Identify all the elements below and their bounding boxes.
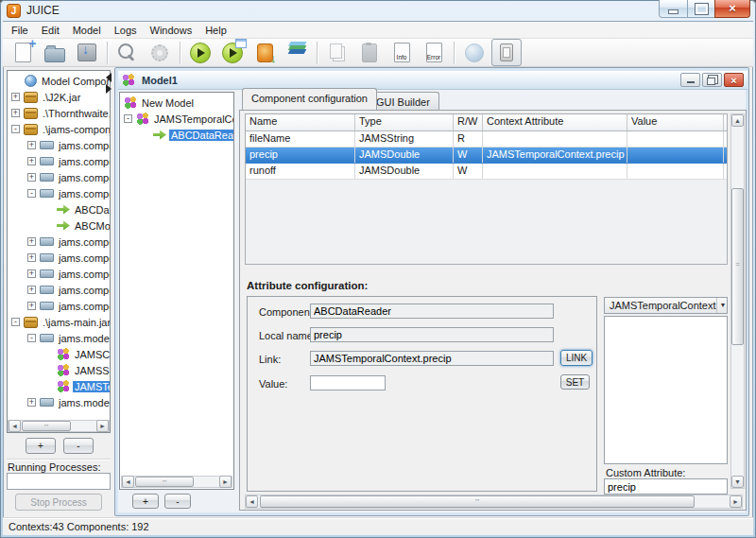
tree-expander[interactable]: + [27, 302, 36, 310]
tree-item[interactable]: +jams.compon [8, 153, 110, 169]
context-attribute-list[interactable] [604, 316, 728, 464]
custom-attribute-field[interactable] [604, 478, 728, 495]
preferences-button[interactable] [145, 39, 175, 66]
running-processes-list[interactable] [7, 473, 111, 490]
tree-expander[interactable]: - [27, 334, 36, 342]
tree-item[interactable]: -JAMSTemporalContext [120, 111, 233, 127]
info-log-button[interactable]: Info [387, 39, 417, 66]
table-row[interactable]: runoffJAMSDoubleW [246, 164, 727, 180]
scrollbar-thumb[interactable]: ''' [260, 495, 695, 508]
tree-item[interactable]: -.\jams-componen [8, 121, 110, 137]
tree-item[interactable]: ABCMode [8, 217, 110, 234]
scroll-up-arrow[interactable]: ▲ [731, 114, 744, 127]
open-model-button[interactable] [40, 39, 70, 66]
table-row[interactable]: precipJAMSDoubleWJAMSTemporalContext.pre… [246, 148, 727, 164]
close-button[interactable]: × [714, 0, 750, 18]
scroll-left-arrow[interactable]: ◄ [122, 476, 134, 488]
scrollbar-thumb[interactable]: ''' [22, 421, 71, 431]
scroll-left-arrow[interactable]: ◄ [246, 495, 258, 508]
scroll-right-arrow[interactable]: ► [730, 495, 742, 508]
tree-expander[interactable]: + [27, 398, 36, 407]
search-components-button[interactable] [112, 39, 143, 66]
paste-button[interactable] [354, 39, 385, 66]
tree-expander[interactable]: + [11, 109, 20, 117]
tree-expander[interactable]: + [27, 141, 36, 149]
tree-item[interactable]: ABCData [8, 201, 110, 217]
tree-expander[interactable]: + [27, 157, 36, 165]
tree-item[interactable]: +.\J2K.jar [8, 89, 110, 105]
tree-expander[interactable]: - [27, 189, 36, 198]
column-header[interactable]: Name [246, 114, 355, 130]
tree-item[interactable]: -jams.model [8, 330, 110, 346]
tree-item[interactable]: +jams.compon [8, 266, 110, 282]
splitter-collapse-left-arrow[interactable] [106, 73, 112, 82]
set-button[interactable]: SET [560, 374, 590, 390]
tree-item[interactable]: +jams.model.c [8, 394, 110, 410]
scrollbar-thumb[interactable]: = [731, 188, 744, 345]
run-model-button[interactable] [185, 39, 215, 66]
scroll-right-arrow[interactable]: ► [96, 420, 109, 432]
model-remove-button[interactable]: - [164, 494, 191, 509]
column-header[interactable]: Context Attribute [483, 114, 627, 130]
error-log-button[interactable]: Error [419, 39, 449, 66]
frame-close-button[interactable]: × [724, 73, 744, 87]
copy-button[interactable] [322, 39, 352, 66]
menu-item-edit[interactable]: Edit [35, 23, 66, 38]
save-model-button[interactable] [72, 39, 102, 66]
frame-restore-button[interactable] [702, 73, 722, 87]
value-field[interactable] [310, 375, 386, 390]
tree-expander[interactable]: - [11, 318, 20, 326]
scroll-down-arrow[interactable]: ▼ [731, 476, 744, 488]
scroll-right-arrow[interactable]: ► [219, 476, 232, 488]
panel-vscrollbar[interactable]: ▲ ▼ = [730, 113, 745, 489]
tree-expander[interactable]: - [11, 125, 20, 133]
model-tree-hscrollbar[interactable]: ◄ ► ''' [121, 476, 232, 488]
tree-item[interactable]: +jams.compon [8, 298, 110, 314]
tree-expander[interactable]: - [124, 114, 132, 123]
device-button[interactable] [491, 39, 522, 66]
column-header[interactable]: Value [627, 114, 724, 130]
column-header[interactable]: R/W [454, 114, 483, 130]
link-button[interactable]: LINK [560, 350, 593, 366]
scroll-left-arrow[interactable]: ◄ [9, 420, 21, 432]
tab-gui-builder[interactable]: GUI Builder [367, 92, 439, 110]
tree-expander[interactable]: + [27, 286, 36, 294]
tab-component-configuration[interactable]: Component configuration [242, 88, 377, 110]
minimize-button[interactable] [659, 0, 688, 18]
components-tree-hscrollbar[interactable]: ◄ ► ''' [8, 420, 110, 432]
tree-expander[interactable]: + [27, 269, 36, 278]
tree-item[interactable]: +.\Thornthwaite.ja [8, 105, 110, 121]
menu-item-model[interactable]: Model [66, 23, 108, 38]
maximize-button[interactable] [688, 0, 714, 18]
tree-item[interactable]: Model Components [8, 73, 110, 89]
component-add-button[interactable]: + [26, 438, 56, 454]
tree-expander[interactable]: + [11, 93, 20, 101]
menu-item-logs[interactable]: Logs [108, 23, 144, 38]
context-dropdown[interactable]: JAMSTemporalContext ▼ [604, 297, 728, 314]
tree-item[interactable]: +jams.compon [8, 169, 110, 185]
tree-item[interactable]: +jams.compon [8, 234, 110, 250]
run-model-gui-button[interactable] [217, 39, 248, 66]
model-output-button[interactable] [249, 39, 280, 66]
table-row[interactable]: fileNameJAMSStringR [246, 131, 727, 148]
tree-item[interactable]: -.\jams-main.jar [8, 314, 110, 330]
tree-item[interactable]: +jams.compon [8, 250, 110, 266]
model1-title-bar[interactable]: Model1 × [118, 71, 747, 90]
tree-item[interactable]: +jams.compon [8, 137, 110, 153]
frame-minimize-button[interactable] [680, 73, 700, 87]
title-bar[interactable]: J JUICE × [0, 0, 756, 21]
tree-item[interactable]: JAMSSpa [8, 362, 110, 378]
scrollbar-thumb[interactable]: ''' [135, 477, 194, 487]
tree-item[interactable]: -jams.compon [8, 185, 110, 201]
panel-hscrollbar[interactable]: ◄ ► ''' [245, 495, 743, 509]
menu-item-help[interactable]: Help [198, 23, 233, 38]
tree-item[interactable]: JAMSCon [8, 346, 110, 362]
web-button[interactable] [459, 39, 490, 66]
new-model-button[interactable] [8, 39, 38, 66]
tree-expander[interactable]: + [27, 253, 36, 262]
tree-expander[interactable]: + [27, 173, 36, 182]
splitter-collapse-right-arrow[interactable] [106, 84, 112, 94]
tree-item[interactable]: ABCDataReader [120, 127, 233, 143]
tree-item[interactable]: JAMSTem [8, 378, 110, 394]
model-add-button[interactable]: + [132, 494, 159, 509]
